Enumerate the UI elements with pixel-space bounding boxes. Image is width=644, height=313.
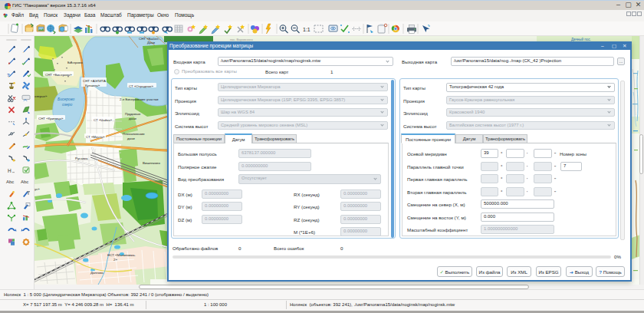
svg-text:СНТ «АЭЛИТА: СНТ «АЭЛИТА bbox=[83, 79, 106, 83]
svg-text:озерье»: озерье» bbox=[34, 94, 48, 98]
svg-text:дачи: дачи bbox=[127, 137, 135, 140]
svg-text:?: ? bbox=[7, 72, 10, 77]
svg-text:дачи: дачи bbox=[129, 117, 136, 120]
svg-text:Плехановские: Плехановские bbox=[123, 132, 145, 136]
svg-text:ус»: ус» bbox=[34, 187, 40, 191]
svg-text:2»: 2» bbox=[113, 258, 117, 262]
svg-text:Abc: Abc bbox=[21, 179, 28, 184]
svg-text:Купавна»: Купавна» bbox=[85, 84, 100, 87]
svg-text:H: H bbox=[8, 168, 12, 173]
svg-text:СТ «Мечта»: СТ «Мечта» bbox=[86, 135, 105, 139]
svg-text:2-е Бисеровские участки: 2-е Бисеровские участки bbox=[120, 97, 159, 101]
svg-text:Русавка: Русавка bbox=[75, 156, 88, 160]
svg-text:Бисерово: Бисерово bbox=[67, 61, 83, 64]
svg-text:НСТ «Малиновка-: НСТ «Малиновка- bbox=[107, 253, 136, 257]
svg-text:1:1: 1:1 bbox=[303, 27, 310, 32]
svg-text:СНТ «Бисерово»: СНТ «Бисерово» bbox=[45, 73, 72, 77]
svg-text:Долгово: Долгово bbox=[90, 271, 104, 275]
svg-text:Дачи: Дачи bbox=[147, 41, 156, 44]
svg-text:Abc: Abc bbox=[6, 179, 14, 184]
svg-text:СТ «Чайка»: СТ «Чайка» bbox=[94, 118, 113, 122]
svg-text:СНТ «Криница»: СНТ «Криница» bbox=[38, 117, 64, 120]
svg-text:озеро: озеро bbox=[62, 102, 73, 107]
svg-text:Вишняково: Вишняково bbox=[143, 161, 160, 165]
svg-text:СТ «Отрадное»: СТ «Отрадное» bbox=[129, 84, 154, 88]
svg-text:Прудовые: Прудовые bbox=[125, 112, 141, 116]
svg-text:Бисерово: Бисерово bbox=[58, 97, 74, 101]
